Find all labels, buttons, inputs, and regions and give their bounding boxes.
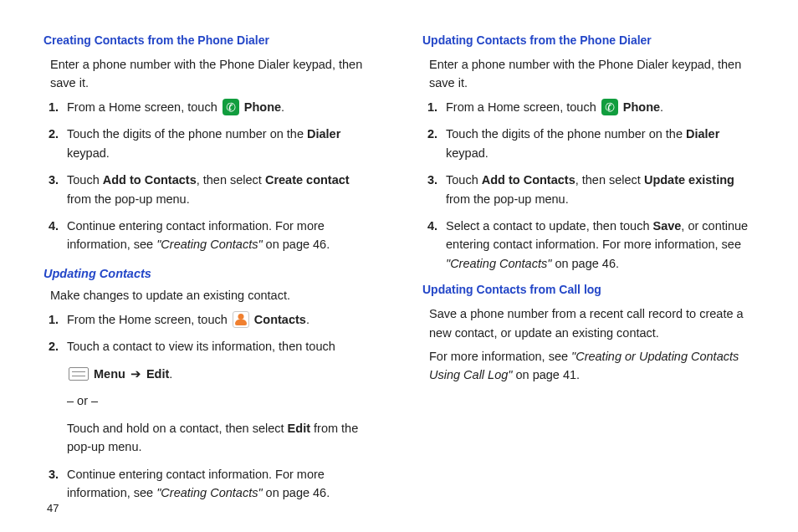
reference-link: "Creating Contacts" (446, 257, 551, 270)
term-add-to-contacts: Add to Contacts (103, 173, 197, 187)
heading-updating-contacts: Updating Contacts (43, 264, 376, 283)
step-text: from the pop-up menu. (446, 192, 569, 206)
step-text: on page 46. (263, 486, 330, 499)
term-edit: Edit (288, 422, 310, 435)
intro-text: Enter a phone number with the Phone Dial… (429, 55, 755, 93)
term-save: Save (652, 219, 681, 233)
manual-page: Creating Contacts from the Phone Dialer … (0, 0, 798, 532)
step-text: from the pop-up menu. (67, 192, 190, 206)
term-menu: Menu (94, 367, 125, 381)
term-contacts: Contacts (254, 313, 306, 326)
contact-icon (233, 311, 249, 328)
step-text: on page 46. (263, 238, 330, 251)
phone-icon (223, 99, 239, 115)
step-text: . (660, 100, 663, 114)
step-text: Touch and hold on a contact, then select (67, 422, 288, 435)
or-separator: – or – (67, 391, 376, 410)
step-text: From a Home screen, touch (446, 100, 600, 114)
list-item: Touch a contact to view its information,… (62, 337, 376, 456)
step-text: keypad. (67, 146, 110, 160)
step-text: Touch (446, 173, 482, 187)
list-item: Continue entering contact information. F… (62, 217, 376, 254)
term-phone: Phone (244, 100, 281, 114)
phone-icon (601, 99, 618, 115)
step-text: Touch (67, 173, 103, 187)
step-text: Touch the digits of the phone number on … (67, 127, 307, 141)
term-dialer: Dialer (686, 127, 719, 141)
step-text: . (306, 313, 309, 326)
step-text: , then select (575, 173, 644, 187)
term-create-contact: Create contact (265, 173, 350, 187)
step-text: keypad. (446, 146, 489, 160)
right-column: Updating Contacts from the Phone Dialer … (422, 27, 755, 515)
arrow-icon: ➔ (129, 367, 143, 381)
reference-link: "Creating Contacts" (156, 486, 262, 499)
list-item: From the Home screen, touch Contacts. (62, 310, 376, 329)
term-edit: Edit (146, 367, 169, 381)
step-text: From a Home screen, touch (67, 100, 221, 114)
intro-text: Save a phone number from a recent call r… (429, 304, 755, 342)
term-update-existing: Update existing (644, 173, 734, 187)
paragraph: For more information, see "Creating or U… (429, 347, 755, 385)
page-number: 47 (47, 500, 59, 517)
reference-link: "Creating Contacts" (156, 238, 262, 251)
step-text: on page 41. (512, 368, 580, 381)
step-line: Touch and hold on a contact, then select… (67, 419, 376, 457)
step-line: Menu ➔ Edit. (67, 365, 376, 383)
list-item: Touch the digits of the phone number on … (62, 125, 376, 162)
step-text: , then select (197, 173, 265, 187)
list-item: Touch Add to Contacts, then select Updat… (441, 171, 755, 208)
step-text: Touch a contact to view its information,… (67, 340, 335, 353)
list-item: From a Home screen, touch Phone. (62, 98, 376, 116)
intro-text: Enter a phone number with the Phone Dial… (50, 55, 376, 93)
list-item: Touch Add to Contacts, then select Creat… (62, 171, 376, 208)
list-item: Touch the digits of the phone number on … (441, 125, 755, 162)
step-text: on page 46. (551, 257, 619, 270)
menu-icon (69, 367, 89, 381)
heading-updating-from-dialer: Updating Contacts from the Phone Dialer (422, 32, 755, 50)
steps-update: From the Home screen, touch Contacts. To… (62, 310, 376, 503)
left-column: Creating Contacts from the Phone Dialer … (43, 27, 376, 515)
step-text: . (281, 100, 284, 114)
step-text: Select a contact to update, then touch (446, 219, 652, 233)
step-text: From the Home screen, touch (67, 313, 231, 326)
heading-creating-contacts: Creating Contacts from the Phone Dialer (43, 32, 376, 50)
heading-updating-from-call-log: Updating Contacts from Call log (422, 281, 755, 299)
list-item: Select a contact to update, then touch S… (441, 217, 755, 273)
term-dialer: Dialer (307, 127, 340, 141)
list-item: From a Home screen, touch Phone. (441, 98, 755, 116)
step-text: . (169, 367, 172, 381)
steps-create: From a Home screen, touch Phone. Touch t… (62, 98, 376, 254)
intro-text: Make changes to update an existing conta… (50, 286, 376, 304)
term-phone: Phone (623, 100, 660, 114)
step-text: Touch the digits of the phone number on … (446, 127, 686, 141)
step-text: For more information, see (429, 350, 571, 363)
steps-update-dialer: From a Home screen, touch Phone. Touch t… (441, 98, 755, 274)
term-add-to-contacts: Add to Contacts (482, 173, 575, 187)
list-item: Continue entering contact information. F… (62, 465, 376, 503)
